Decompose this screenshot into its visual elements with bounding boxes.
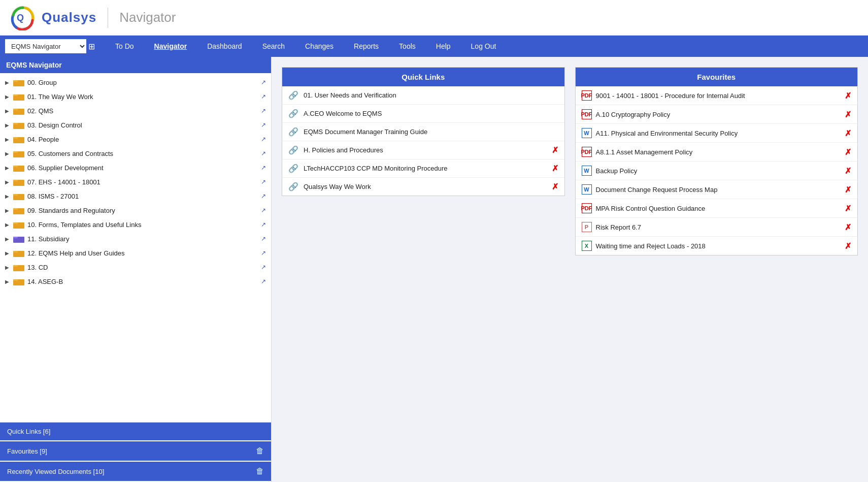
sidebar-link-icon-9[interactable]: ↗ xyxy=(261,207,266,214)
svg-rect-17 xyxy=(13,180,18,181)
sidebar-label-12: 12. EQMS Help and User Guides xyxy=(27,249,259,257)
sidebar-item-10[interactable]: ▶ 10. Forms, Templates and Useful Links … xyxy=(0,217,271,232)
quick-link-remove-3[interactable]: ✗ xyxy=(552,145,558,155)
favourite-label-0[interactable]: 9001 - 14001 - 18001 - Procedure for Int… xyxy=(596,92,845,100)
nav-help[interactable]: Help xyxy=(426,36,461,57)
favourite-remove-6[interactable]: ✗ xyxy=(845,204,851,213)
sidebar-link-icon-3[interactable]: ↗ xyxy=(261,121,266,128)
quick-link-item-5: 🔗 Qualsys Way We Work ✗ xyxy=(282,178,564,196)
sidebar-link-icon-7[interactable]: ↗ xyxy=(261,178,266,185)
nav-reports[interactable]: Reports xyxy=(344,36,389,57)
favourite-label-4[interactable]: Backup Policy xyxy=(596,167,845,175)
sidebar-link-icon-5[interactable]: ↗ xyxy=(261,150,266,157)
favourite-item-0: PDF 9001 - 14001 - 18001 - Procedure for… xyxy=(576,86,858,105)
sidebar-arrow-0: ▶ xyxy=(5,80,10,85)
sidebar-item-7[interactable]: ▶ 07. EHS - 14001 - 18001 ↗ xyxy=(0,175,271,189)
sidebar-item-12[interactable]: ▶ 12. EQMS Help and User Guides ↗ xyxy=(0,246,271,260)
sidebar-footer-item-1[interactable]: Favourites [9] 🗑 xyxy=(0,441,271,461)
sidebar-label-11: 11. Subsidiary xyxy=(27,235,259,243)
quick-link-label-0[interactable]: 01. User Needs and Verification xyxy=(304,91,558,99)
sidebar-link-icon-8[interactable]: ↗ xyxy=(261,192,266,200)
sidebar-link-icon-0[interactable]: ↗ xyxy=(261,79,266,86)
favourite-label-5[interactable]: Document Change Request Process Map xyxy=(596,186,845,194)
sidebar-item-0[interactable]: ▶ 00. Group ↗ xyxy=(0,75,271,89)
nav-dashboard[interactable]: Dashboard xyxy=(197,36,252,57)
trash-icon-2[interactable]: 🗑 xyxy=(256,467,264,476)
sidebar-link-icon-2[interactable]: ↗ xyxy=(261,107,266,114)
sidebar-item-8[interactable]: ▶ 08. ISMS - 27001 ↗ xyxy=(0,189,271,203)
sidebar-label-1: 01. The Way We Work xyxy=(27,93,259,101)
trash-icon-1[interactable]: 🗑 xyxy=(256,446,264,456)
favourite-item-5: W Document Change Request Process Map ✗ xyxy=(576,180,858,199)
sidebar-footer-item-2[interactable]: Recently Viewed Documents [10] 🗑 xyxy=(0,462,271,481)
folder-icon-2 xyxy=(13,107,24,115)
quick-link-remove-4[interactable]: ✗ xyxy=(552,164,558,173)
sidebar-link-icon-10[interactable]: ↗ xyxy=(261,221,266,228)
quick-link-label-5[interactable]: Qualsys Way We Work xyxy=(304,183,552,190)
nav-tools[interactable]: Tools xyxy=(389,36,426,57)
quick-link-item-0: 🔗 01. User Needs and Verification xyxy=(282,86,564,105)
product-name: Navigator xyxy=(119,10,176,25)
quick-link-label-4[interactable]: LTechHACCP103 CCP MD Monitoring Procedur… xyxy=(304,165,552,172)
sidebar-link-icon-4[interactable]: ↗ xyxy=(261,136,266,143)
sidebar-link-icon-12[interactable]: ↗ xyxy=(261,249,266,256)
sidebar-link-icon-13[interactable]: ↗ xyxy=(261,264,266,271)
sidebar-item-9[interactable]: ▶ 09. Standards and Regulatory ↗ xyxy=(0,203,271,217)
favourite-label-8[interactable]: Waiting time and Reject Loads - 2018 xyxy=(596,242,845,250)
sidebar-item-14[interactable]: ▶ 14. ASEG-B ↗ xyxy=(0,274,271,288)
quick-link-label-2[interactable]: EQMS Document Manager Training Guide xyxy=(304,128,558,136)
sidebar-item-6[interactable]: ▶ 06. Supplier Development ↗ xyxy=(0,160,271,175)
favourite-remove-2[interactable]: ✗ xyxy=(845,128,851,138)
nav-changes[interactable]: Changes xyxy=(295,36,344,57)
favourite-remove-8[interactable]: ✗ xyxy=(845,241,851,251)
sidebar-item-3[interactable]: ▶ 03. Design Control ↗ xyxy=(0,118,271,132)
sidebar-arrow-13: ▶ xyxy=(5,265,10,270)
nav-search[interactable]: Search xyxy=(252,36,295,57)
favourite-label-1[interactable]: A.10 Cryptography Policy xyxy=(596,111,845,118)
grid-icon[interactable]: ⊞ xyxy=(88,42,95,51)
logo-divider xyxy=(108,8,108,28)
sidebar-item-1[interactable]: ▶ 01. The Way We Work ↗ xyxy=(0,89,271,104)
quick-link-label-1[interactable]: A.CEO Welcome to EQMS xyxy=(304,110,558,117)
sidebar-footer-label-0: Quick Links [6] xyxy=(7,428,50,435)
sidebar-item-5[interactable]: ▶ 05. Customers and Contracts ↗ xyxy=(0,146,271,160)
sidebar-link-icon-11[interactable]: ↗ xyxy=(261,235,266,242)
favourite-label-3[interactable]: A8.1.1 Asset Management Policy xyxy=(596,148,845,156)
favourite-remove-1[interactable]: ✗ xyxy=(845,110,851,119)
favourite-item-3: PDF A8.1.1 Asset Management Policy ✗ xyxy=(576,143,858,162)
quick-link-remove-5[interactable]: ✗ xyxy=(552,182,558,191)
favourite-remove-3[interactable]: ✗ xyxy=(845,147,851,157)
nav-navigator[interactable]: Navigator xyxy=(144,36,197,57)
sidebar-arrow-8: ▶ xyxy=(5,194,10,199)
navigator-select[interactable]: EQMS Navigator xyxy=(5,39,86,53)
quick-links-header: Quick Links xyxy=(282,68,564,86)
favourite-label-7[interactable]: Risk Report 6.7 xyxy=(596,223,845,231)
favourite-remove-4[interactable]: ✗ xyxy=(845,166,851,176)
sidebar-link-icon-1[interactable]: ↗ xyxy=(261,93,266,100)
folder-icon-7 xyxy=(13,178,24,186)
quick-link-label-3[interactable]: H. Policies and Procedures xyxy=(304,146,552,154)
nav-todo[interactable]: To Do xyxy=(105,36,144,57)
sidebar-item-11[interactable]: ▶ 11. Subsidiary ↗ xyxy=(0,232,271,246)
sidebar-item-13[interactable]: ▶ 13. CD ↗ xyxy=(0,260,271,274)
sidebar-footer-item-0[interactable]: Quick Links [6] xyxy=(0,423,271,440)
folder-icon-11 xyxy=(13,235,24,243)
favourite-item-1: PDF A.10 Cryptography Policy ✗ xyxy=(576,105,858,124)
sidebar-label-5: 05. Customers and Contracts xyxy=(27,150,259,157)
favourite-remove-0[interactable]: ✗ xyxy=(845,91,851,101)
favourite-label-6[interactable]: MPA Risk Control Question Guidance xyxy=(596,205,845,212)
sidebar-link-icon-14[interactable]: ↗ xyxy=(261,278,266,285)
folder-icon-12 xyxy=(13,249,24,257)
folder-icon-3 xyxy=(13,121,24,129)
favourites-list: PDF 9001 - 14001 - 18001 - Procedure for… xyxy=(576,86,858,255)
nav-logout[interactable]: Log Out xyxy=(461,36,507,57)
sidebar-arrow-7: ▶ xyxy=(5,179,10,185)
sidebar-item-4[interactable]: ▶ 04. People ↗ xyxy=(0,132,271,146)
favourite-label-2[interactable]: A11. Physical and Environmental Security… xyxy=(596,130,845,137)
sidebar-link-icon-6[interactable]: ↗ xyxy=(261,164,266,171)
nav-select-wrap[interactable]: EQMS Navigator ⊞ xyxy=(5,39,95,53)
favourite-remove-5[interactable]: ✗ xyxy=(845,185,851,195)
favourite-remove-7[interactable]: ✗ xyxy=(845,222,851,232)
sidebar-item-2[interactable]: ▶ 02. QMS ↗ xyxy=(0,104,271,118)
svg-rect-29 xyxy=(13,265,18,267)
